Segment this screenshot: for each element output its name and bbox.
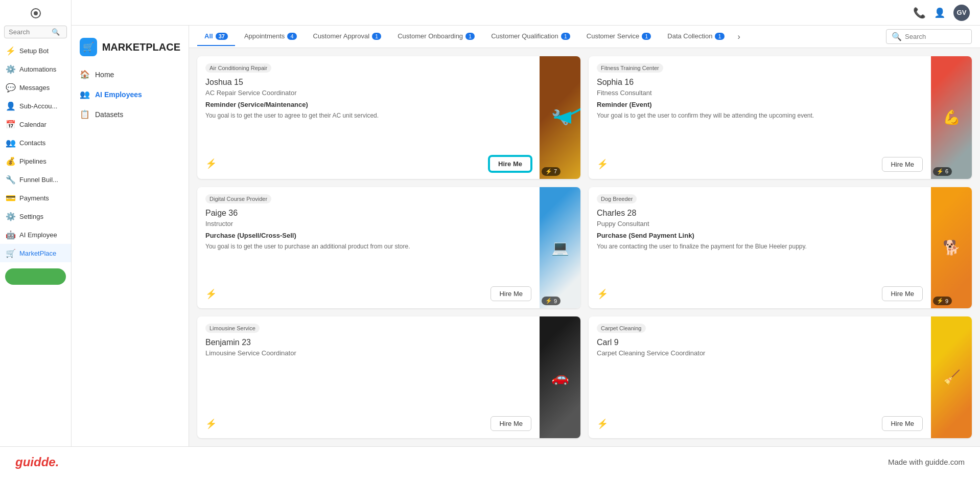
card-footer: ⚡ Hire Me bbox=[205, 416, 531, 431]
tab-appointments[interactable]: Appointments 4 bbox=[237, 27, 304, 46]
tab-search-box[interactable]: 🔍 bbox=[886, 29, 972, 44]
card-type: Purchase (Send Payment Link) bbox=[597, 232, 923, 239]
tab-data-collection-badge: 1 bbox=[715, 33, 724, 40]
card-type: Reminder (Event) bbox=[597, 101, 923, 108]
card-role: Fitness Consultant bbox=[597, 89, 923, 97]
sub-nav-home[interactable]: 🏠 Home bbox=[72, 64, 189, 84]
datasets-icon: 📋 bbox=[80, 109, 90, 119]
tab-more-icon[interactable]: › bbox=[734, 30, 744, 43]
person-icon[interactable]: 👤 bbox=[934, 7, 945, 18]
card-footer: ⚡ Hire Me bbox=[205, 156, 531, 172]
card-digital-course: Digital Course Provider Paige 36 Instruc… bbox=[197, 187, 580, 309]
card-image-placeholder: 💪 bbox=[931, 56, 972, 179]
card-role: Puppy Consultant bbox=[597, 220, 923, 228]
tab-all[interactable]: All 37 bbox=[197, 27, 235, 46]
card-category: Digital Course Provider bbox=[205, 194, 271, 203]
badge-count: 9 bbox=[945, 298, 948, 304]
card-badge: ⚡ 9 bbox=[542, 297, 561, 305]
phone-icon[interactable]: 📞 bbox=[913, 7, 926, 19]
card-badge: ⚡ 9 bbox=[933, 297, 952, 305]
footer: guidde. Made with guidde.com bbox=[0, 446, 980, 477]
sidebar-item-automations[interactable]: ⚙️ Automations bbox=[0, 60, 71, 78]
card-name: Benjamin 23 bbox=[205, 338, 531, 347]
inner-layout: 🛒 MARKETPLACE 🏠 Home 👥 AI Employees 📋 Da… bbox=[72, 26, 980, 446]
messages-icon: 💬 bbox=[6, 83, 15, 92]
card-name: Joshua 15 bbox=[205, 78, 531, 87]
sidebar-item-pipelines[interactable]: 💰 Pipelines bbox=[0, 152, 71, 170]
sidebar-item-setup-bot[interactable]: ⚡ Setup Bot bbox=[0, 41, 71, 60]
badge-count: 7 bbox=[554, 168, 557, 174]
sidebar-item-label: Messages bbox=[19, 84, 50, 92]
card-carpet-cleaning: Carpet Cleaning Carl 9 Carpet Cleaning S… bbox=[589, 316, 972, 438]
sub-nav-datasets[interactable]: 📋 Datasets bbox=[72, 104, 189, 124]
sidebar-item-label: Sub-Accou... bbox=[19, 102, 57, 110]
sub-nav-ai-employees[interactable]: 👥 AI Employees bbox=[72, 84, 189, 104]
sidebar-search-input[interactable] bbox=[9, 28, 50, 36]
tab-search-input[interactable] bbox=[905, 33, 966, 40]
sub-sidebar-title: MARKETPLACE bbox=[102, 41, 180, 53]
card-footer: ⚡ Hire Me bbox=[597, 286, 923, 301]
card-image-limo: 🚗 bbox=[540, 316, 580, 438]
hire-me-button-card-5[interactable]: Hire Me bbox=[491, 416, 531, 431]
hire-me-button-card-6[interactable]: Hire Me bbox=[882, 416, 923, 431]
hire-me-button-card-4[interactable]: Hire Me bbox=[882, 286, 923, 301]
card-image-placeholder: 💻 bbox=[540, 187, 580, 309]
sidebar-search-box[interactable]: 🔍 bbox=[4, 26, 67, 38]
tab-customer-approval[interactable]: Customer Approval 1 bbox=[306, 27, 389, 46]
pipelines-icon: 💰 bbox=[6, 156, 15, 166]
cards-grid: Air Conditioning Repair Joshua 15 AC Rep… bbox=[189, 48, 980, 446]
footer-tagline: Made with guidde.com bbox=[888, 458, 965, 466]
sidebar-item-settings[interactable]: ⚙️ Settings bbox=[0, 207, 71, 225]
record-icon[interactable] bbox=[31, 8, 41, 18]
sidebar-item-sub-accounts[interactable]: 👤 Sub-Accou... bbox=[0, 97, 71, 115]
card-footer: ⚡ Hire Me bbox=[597, 157, 923, 172]
card-role: AC Repair Service Coordinator bbox=[205, 89, 531, 97]
marketplace-logo-icon: 🛒 bbox=[83, 41, 94, 53]
sidebar-item-contacts[interactable]: 👥 Contacts bbox=[0, 133, 71, 152]
topbar: 📞 👤 GV bbox=[72, 0, 980, 26]
hire-me-button-card-1[interactable]: Hire Me bbox=[489, 156, 531, 172]
card-category: Fitness Training Center bbox=[597, 63, 663, 73]
setup-bot-icon: ⚡ bbox=[6, 46, 15, 55]
card-fitness: Fitness Training Center Sophia 16 Fitnes… bbox=[589, 56, 972, 179]
sidebar-item-ai-employee[interactable]: 🤖 AI Employee bbox=[0, 225, 71, 244]
card-role: Limousine Service Coordinator bbox=[205, 349, 531, 357]
sidebar-item-payments[interactable]: 💳 Payments bbox=[0, 189, 71, 207]
hire-me-button-card-3[interactable]: Hire Me bbox=[491, 286, 531, 301]
card-description: You goal is to get the user to purchase … bbox=[205, 242, 531, 281]
card-body: Digital Course Provider Paige 36 Instruc… bbox=[197, 187, 540, 309]
tab-all-label: All bbox=[204, 32, 213, 40]
sub-nav-ai-employees-label: AI Employees bbox=[95, 90, 142, 99]
sidebar-item-label: Payments bbox=[19, 194, 49, 202]
badge-count: 9 bbox=[554, 298, 557, 304]
marketplace-logo: 🛒 bbox=[80, 38, 97, 56]
sidebar-item-calendar[interactable]: 📅 Calendar bbox=[0, 115, 71, 133]
tab-appointments-label: Appointments bbox=[244, 32, 285, 40]
card-body: Dog Breeder Charles 28 Puppy Consultant … bbox=[589, 187, 931, 309]
tab-customer-service[interactable]: Customer Service 1 bbox=[579, 27, 658, 46]
card-bot-icon: ⚡ bbox=[205, 418, 217, 429]
sidebar-green-button[interactable] bbox=[5, 268, 66, 285]
card-bot-icon: ⚡ bbox=[205, 288, 217, 300]
tab-customer-qualification[interactable]: Customer Qualification 1 bbox=[484, 27, 577, 46]
sidebar-item-funnel-builder[interactable]: 🔧 Funnel Buil... bbox=[0, 170, 71, 189]
card-category: Limousine Service bbox=[205, 324, 260, 333]
sidebar-item-marketplace[interactable]: 🛒 MarketPlace bbox=[0, 244, 71, 262]
hire-me-button-card-2[interactable]: Hire Me bbox=[882, 157, 923, 172]
card-image-carpet: 🧹 bbox=[931, 316, 972, 438]
tab-data-collection-label: Data Collection bbox=[667, 32, 712, 40]
user-avatar[interactable]: GV bbox=[953, 5, 970, 21]
tab-data-collection[interactable]: Data Collection 1 bbox=[660, 27, 731, 46]
card-description: You goal is to get the user to agree to … bbox=[205, 111, 531, 150]
tab-customer-onboarding[interactable]: Customer Onboarding 1 bbox=[390, 27, 482, 46]
card-category: Carpet Cleaning bbox=[597, 324, 646, 333]
main-content: All 37 Appointments 4 Customer Approval … bbox=[189, 26, 980, 446]
card-image-digital: 💻 ⚡ 9 bbox=[540, 187, 580, 309]
badge-icon: ⚡ bbox=[937, 168, 944, 175]
card-name: Charles 28 bbox=[597, 209, 923, 218]
card-body: Fitness Training Center Sophia 16 Fitnes… bbox=[589, 56, 931, 179]
sidebar-item-label: Pipelines bbox=[19, 157, 46, 165]
sidebar-item-messages[interactable]: 💬 Messages bbox=[0, 78, 71, 97]
card-image-fitness: 💪 ⚡ 6 bbox=[931, 56, 972, 179]
card-bot-icon: ⚡ bbox=[597, 288, 608, 300]
